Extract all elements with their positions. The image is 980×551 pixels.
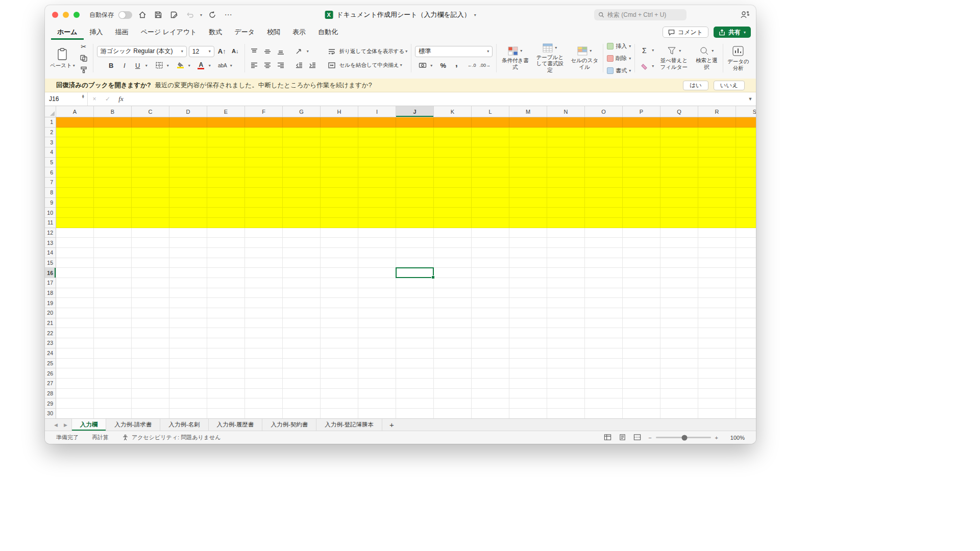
cell-A3[interactable] [56, 137, 94, 147]
cancel-entry-icon[interactable]: × [88, 95, 101, 103]
cell-M17[interactable] [509, 278, 547, 288]
cell-O18[interactable] [585, 288, 623, 298]
cell-O11[interactable] [585, 218, 623, 228]
cell-P23[interactable] [623, 338, 660, 348]
cell-S27[interactable] [736, 379, 756, 389]
cell-P14[interactable] [623, 248, 660, 258]
row-header-20[interactable]: 20 [45, 308, 56, 318]
cell-Q18[interactable] [660, 288, 698, 298]
cell-C26[interactable] [132, 368, 169, 379]
cell-C18[interactable] [132, 288, 169, 298]
ribbon-tab-8[interactable]: 表示 [286, 24, 312, 40]
cell-I17[interactable] [358, 278, 396, 288]
cell-I9[interactable] [358, 198, 396, 208]
cell-R1[interactable] [698, 117, 736, 128]
cell-E22[interactable] [207, 328, 245, 338]
cell-H10[interactable] [321, 208, 358, 218]
cell-K21[interactable] [434, 318, 472, 329]
cell-F7[interactable] [245, 178, 283, 188]
cell-E25[interactable] [207, 359, 245, 369]
cell-I14[interactable] [358, 248, 396, 258]
cell-I19[interactable] [358, 298, 396, 308]
column-header-E[interactable]: E [207, 106, 245, 117]
phonetic-chevron-icon[interactable]: ▾ [230, 63, 232, 68]
cell-A12[interactable] [56, 228, 94, 238]
cell-Q3[interactable] [660, 137, 698, 147]
cell-H9[interactable] [321, 198, 358, 208]
cell-K30[interactable] [434, 409, 472, 418]
cell-P25[interactable] [623, 359, 660, 369]
cell-L26[interactable] [472, 368, 509, 379]
cell-D1[interactable] [169, 117, 207, 128]
cell-A27[interactable] [56, 379, 94, 389]
cell-A10[interactable] [56, 208, 94, 218]
zoom-level[interactable]: 100% [725, 435, 745, 441]
cell-J12[interactable] [396, 228, 434, 238]
cell-S2[interactable] [736, 128, 756, 138]
cell-O17[interactable] [585, 278, 623, 288]
cell-E26[interactable] [207, 368, 245, 379]
cell-O24[interactable] [585, 348, 623, 359]
cell-O16[interactable] [585, 268, 623, 278]
cell-B10[interactable] [94, 208, 132, 218]
cell-A29[interactable] [56, 398, 94, 409]
cell-I15[interactable] [358, 258, 396, 268]
cell-G20[interactable] [283, 308, 321, 318]
borders-button[interactable] [154, 60, 165, 71]
cell-R13[interactable] [698, 238, 736, 248]
column-header-G[interactable]: G [283, 106, 321, 117]
cell-C5[interactable] [132, 158, 169, 168]
cell-M10[interactable] [509, 208, 547, 218]
cell-P24[interactable] [623, 348, 660, 359]
cell-E29[interactable] [207, 398, 245, 409]
cell-S30[interactable] [736, 409, 756, 418]
cell-M16[interactable] [509, 268, 547, 278]
cell-J30[interactable] [396, 409, 434, 418]
cell-J5[interactable] [396, 158, 434, 168]
cell-E21[interactable] [207, 318, 245, 329]
cell-O15[interactable] [585, 258, 623, 268]
cell-S12[interactable] [736, 228, 756, 238]
cell-B24[interactable] [94, 348, 132, 359]
cell-P21[interactable] [623, 318, 660, 329]
cell-O4[interactable] [585, 147, 623, 158]
cell-O6[interactable] [585, 167, 623, 178]
cell-Q4[interactable] [660, 147, 698, 158]
cell-E19[interactable] [207, 298, 245, 308]
cell-M27[interactable] [509, 379, 547, 389]
cell-K1[interactable] [434, 117, 472, 128]
cell-B1[interactable] [94, 117, 132, 128]
cell-H21[interactable] [321, 318, 358, 329]
row-header-10[interactable]: 10 [45, 208, 56, 218]
cell-C24[interactable] [132, 348, 169, 359]
cell-A11[interactable] [56, 218, 94, 228]
cell-M28[interactable] [509, 389, 547, 399]
cell-H5[interactable] [321, 158, 358, 168]
cell-C16[interactable] [132, 268, 169, 278]
cell-K6[interactable] [434, 167, 472, 178]
cell-N23[interactable] [547, 338, 585, 348]
cell-S13[interactable] [736, 238, 756, 248]
autosum-button[interactable]: Σ [639, 45, 650, 56]
cell-P13[interactable] [623, 238, 660, 248]
cell-O27[interactable] [585, 379, 623, 389]
cell-M25[interactable] [509, 359, 547, 369]
cell-J15[interactable] [396, 258, 434, 268]
cell-P8[interactable] [623, 188, 660, 198]
cell-P26[interactable] [623, 368, 660, 379]
cell-S23[interactable] [736, 338, 756, 348]
cell-A8[interactable] [56, 188, 94, 198]
column-header-P[interactable]: P [623, 106, 660, 117]
cell-J9[interactable] [396, 198, 434, 208]
cell-I18[interactable] [358, 288, 396, 298]
cell-F4[interactable] [245, 147, 283, 158]
cell-G17[interactable] [283, 278, 321, 288]
cell-E4[interactable] [207, 147, 245, 158]
clear-button[interactable] [639, 61, 650, 71]
sheet-tab-6[interactable]: 入力例-登記簿謄本 [316, 419, 382, 431]
cell-F23[interactable] [245, 338, 283, 348]
cell-J6[interactable] [396, 167, 434, 178]
cell-I26[interactable] [358, 368, 396, 379]
recalc-status[interactable]: 再計算 [92, 434, 109, 441]
cell-L1[interactable] [472, 117, 509, 128]
